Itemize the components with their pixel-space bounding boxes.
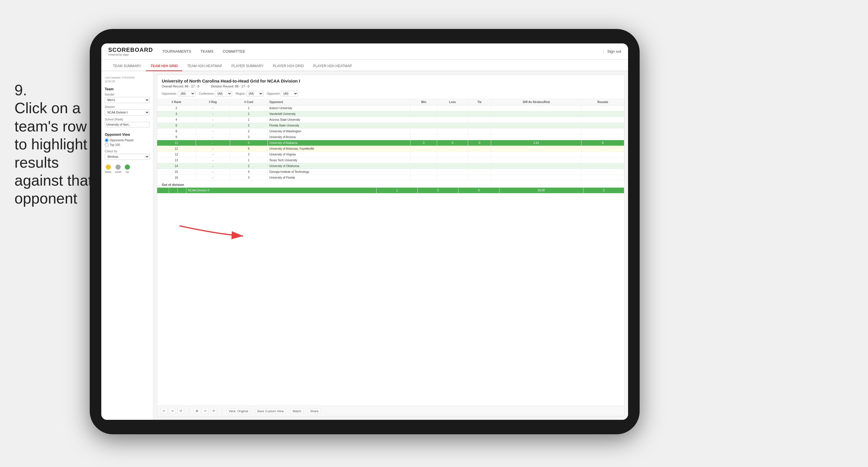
table-row[interactable]: 8-2University of Washington <box>157 128 624 134</box>
nav-committee[interactable]: COMMITTEE <box>223 48 245 55</box>
gender-label: Gender <box>105 93 150 96</box>
legend-level: Level <box>115 165 121 173</box>
table-row[interactable]: 12-3University of Virginia <box>157 152 624 157</box>
out-of-div-rounds: 3 <box>583 187 624 194</box>
tool-btn-1[interactable]: ⊞ <box>194 408 200 414</box>
out-of-div-diff: 26.00 <box>499 187 583 194</box>
tab-player-summary[interactable]: PLAYER SUMMARY <box>227 62 268 71</box>
tablet-screen: SCOREBOARD Powered by clippi TOURNAMENTS… <box>101 43 628 420</box>
save-custom-view-btn[interactable]: Save Custom View <box>255 408 286 414</box>
col-opponent: Opponent <box>268 99 410 106</box>
nav-links: TOURNAMENTS TEAMS COMMITTEE <box>162 48 603 55</box>
colour-by-label: Colour by <box>105 150 150 153</box>
opponent-view-label: Opponent View <box>105 133 150 137</box>
table-row[interactable]: 11-5University of Alabama3002.618 <box>157 140 624 146</box>
tab-team-h2h-heatmap[interactable]: TEAM H2H HEATMAP <box>182 62 227 71</box>
tab-team-summary[interactable]: TEAM SUMMARY <box>108 62 146 71</box>
radio-opponents-played[interactable]: Opponents Played <box>105 138 150 142</box>
tab-player-h2h-heatmap[interactable]: PLAYER H2H HEATMAP <box>309 62 356 71</box>
logo-subtitle: Powered by clippi <box>108 53 153 56</box>
col-loss: Loss <box>437 99 468 106</box>
undo-redo-group: ↩ ↪ ↺ <box>161 408 184 414</box>
division-select[interactable]: NCAA Division I <box>105 110 150 116</box>
region-select[interactable]: (All) <box>246 91 264 96</box>
school-input[interactable] <box>105 122 150 127</box>
nav-divider: | <box>603 49 604 54</box>
grid-panel: University of North Carolina Head-to-Hea… <box>157 75 625 416</box>
colour-by-select[interactable]: Win/loss <box>105 154 150 160</box>
nav-tournaments[interactable]: TOURNAMENTS <box>162 48 191 55</box>
instruction-text: 9.Click on a team's row to highlight res… <box>14 81 95 208</box>
toolbar-sep-1 <box>189 408 189 414</box>
last-updated: Last Updated: 27/03/2024 16:55:38 <box>105 76 150 83</box>
legend-down-dot <box>106 165 111 170</box>
instruction-body: Click on a team's row to highlight resul… <box>14 99 95 207</box>
opponent-select[interactable]: (All) <box>281 91 298 96</box>
col-rank: # Rank <box>157 99 196 106</box>
h2h-table: # Rank # Reg # Conf Opponent Win Loss Ti… <box>157 99 624 181</box>
nav-teams[interactable]: TEAMS <box>200 48 214 55</box>
logo-area: SCOREBOARD Powered by clippi <box>108 47 153 56</box>
back-btn[interactable]: ↺ <box>178 408 184 414</box>
grid-header: University of North Carolina Head-to-Hea… <box>157 75 624 99</box>
gender-select[interactable]: Men's <box>105 97 150 103</box>
legend-up-dot <box>125 165 130 170</box>
table-row[interactable]: 9-3University of Arizona <box>157 134 624 140</box>
table-row[interactable]: 16-3University of Florida <box>157 175 624 181</box>
col-reg: # Reg <box>196 99 230 106</box>
grid-records: Overall Record: 89 - 17 - 0 Division Rec… <box>162 85 620 88</box>
table-row[interactable]: 3-2Vanderbilt University <box>157 111 624 117</box>
table-row[interactable]: 2-1Auburn University <box>157 106 624 111</box>
out-of-division-label: Out of division <box>157 181 624 187</box>
sign-out-link[interactable]: Sign out <box>607 49 621 54</box>
instruction-step: 9. <box>14 81 95 99</box>
col-diff: Diff Av Strokes/Rnd <box>491 99 582 106</box>
table-row[interactable]: 11-6University of Arkansas, Fayetteville <box>157 146 624 152</box>
grid-title: University of North Carolina Head-to-Hea… <box>162 79 620 83</box>
main-content: Last Updated: 27/03/2024 16:55:38 Team G… <box>101 71 628 420</box>
table-row[interactable]: 6-2Florida State University <box>157 123 624 128</box>
tool-btn-3[interactable]: ⟳ <box>210 408 217 414</box>
school-label: School (Rank) <box>105 118 150 121</box>
watch-btn[interactable]: Watch <box>290 408 303 414</box>
tab-player-h2h-grid[interactable]: PLAYER H2H GRID <box>268 62 309 71</box>
legend-level-dot <box>116 165 121 170</box>
table-container: # Rank # Reg # Conf Opponent Win Loss Ti… <box>157 99 624 406</box>
table-row[interactable]: 14-2University of Oklahoma <box>157 163 624 169</box>
conference-select[interactable]: (All) <box>215 91 232 96</box>
view-btn[interactable]: View: Original <box>227 408 250 414</box>
out-of-div-win: 1 <box>376 187 417 194</box>
grid-filters: Opponents: (All) Conference (All) <box>162 91 620 96</box>
region-filter: Region (All) <box>236 91 264 96</box>
undo-btn[interactable]: ↩ <box>161 408 167 414</box>
tab-team-h2h-grid[interactable]: TEAM H2H GRID <box>146 62 183 71</box>
sidebar: Last Updated: 27/03/2024 16:55:38 Team G… <box>101 71 153 420</box>
legend-down: Down <box>105 165 112 173</box>
conference-filter: Conference (All) <box>199 91 232 96</box>
legend: Down Level Up <box>105 165 150 173</box>
division-record: Division Record: 88 - 17 - 0 <box>211 85 249 88</box>
share-btn[interactable]: Share <box>308 408 320 414</box>
out-of-div-loss: 0 <box>417 187 458 194</box>
opponents-filter: Opponents: (All) <box>162 91 195 96</box>
opponents-select[interactable]: (All) <box>178 91 195 96</box>
redo-btn[interactable]: ↪ <box>169 408 176 414</box>
toolbar: ↩ ↪ ↺ ⊞ ✂ ⟳ View: Original Save Custom V… <box>157 406 624 416</box>
radio-top100[interactable]: Top 100 <box>105 143 150 147</box>
table-row[interactable]: 15-4Georgia Institute of Technology <box>157 169 624 175</box>
col-tie: Tie <box>468 99 491 106</box>
subnav: TEAM SUMMARY TEAM H2H GRID TEAM H2H HEAT… <box>101 60 628 71</box>
out-of-div-name: NCAA Division II <box>186 187 376 194</box>
table-row[interactable]: 13-1Texas Tech University <box>157 157 624 163</box>
tool-btn-2[interactable]: ✂ <box>202 408 209 414</box>
overall-record: Overall Record: 89 - 17 - 0 <box>162 85 199 88</box>
tablet-device: SCOREBOARD Powered by clippi TOURNAMENTS… <box>90 29 640 434</box>
tools-group: ⊞ ✂ ⟳ <box>194 408 217 414</box>
table-row[interactable]: 4-1Arizona State University <box>157 117 624 123</box>
out-of-division-table: NCAA Division II 1 0 0 26.00 3 <box>157 187 624 194</box>
opponent-view-group: Opponents Played Top 100 <box>105 138 150 147</box>
out-of-div-tie: 0 <box>459 187 499 194</box>
out-of-division-row[interactable]: NCAA Division II 1 0 0 26.00 3 <box>157 187 624 194</box>
col-win: Win <box>410 99 437 106</box>
division-label: Division <box>105 106 150 109</box>
